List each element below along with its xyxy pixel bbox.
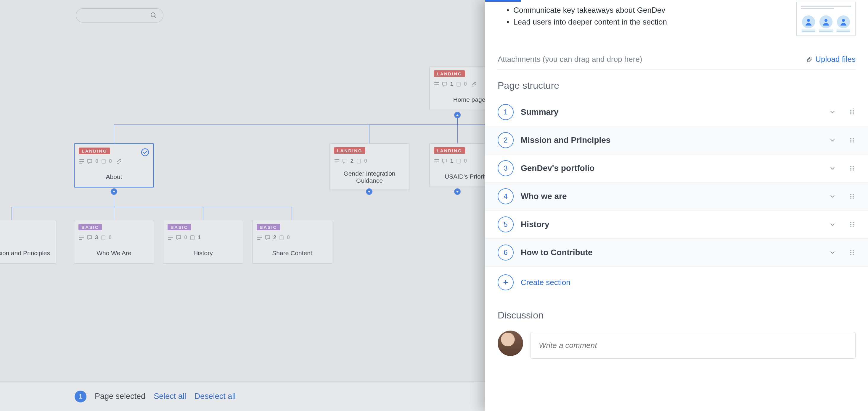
chevron-down-icon[interactable] bbox=[829, 137, 836, 144]
comments-icon bbox=[176, 235, 182, 240]
svg-point-31 bbox=[850, 169, 851, 171]
port-usaid-bottom[interactable] bbox=[454, 189, 461, 195]
drag-handle-icon[interactable] bbox=[848, 221, 856, 228]
comments-count: 2 bbox=[350, 158, 353, 164]
attachment-icon bbox=[456, 81, 462, 87]
svg-point-30 bbox=[852, 168, 854, 169]
comments-icon bbox=[87, 159, 93, 164]
deselect-all-button[interactable]: Deselect all bbox=[194, 392, 236, 401]
comment-input[interactable] bbox=[539, 341, 847, 350]
create-section-label: Create section bbox=[521, 278, 570, 287]
node-meta: 3 0 bbox=[0, 230, 56, 241]
section-number: 1 bbox=[498, 104, 514, 120]
svg-point-13 bbox=[842, 19, 845, 22]
svg-point-43 bbox=[850, 226, 851, 227]
attachment-count: 0 bbox=[109, 158, 112, 164]
comment-input-wrap[interactable] bbox=[530, 332, 856, 359]
section-row[interactable]: 1 Summary bbox=[485, 98, 868, 126]
section-number: 6 bbox=[498, 244, 514, 261]
svg-point-42 bbox=[852, 224, 854, 225]
select-all-button[interactable]: Select all bbox=[154, 392, 186, 401]
node-meta: 2 0 bbox=[252, 230, 332, 241]
svg-point-15 bbox=[852, 110, 854, 111]
drag-handle-icon[interactable] bbox=[848, 193, 856, 200]
node-title: Share Content bbox=[252, 241, 332, 263]
section-title: History bbox=[521, 220, 549, 229]
node-badge: LANDING bbox=[79, 147, 110, 154]
comments-icon bbox=[442, 81, 448, 87]
port-gender-bottom[interactable] bbox=[366, 189, 372, 195]
node-about[interactable]: LANDING 0 0 About bbox=[74, 143, 154, 187]
attachment-count: 0 bbox=[464, 158, 467, 164]
search-icon bbox=[150, 12, 157, 19]
section-title: Mission and Principles bbox=[521, 135, 611, 145]
node-meta: 2 0 bbox=[330, 154, 409, 164]
goal-item: Communicate key takeaways about GenDev bbox=[506, 4, 796, 16]
attachment-icon bbox=[100, 235, 106, 240]
create-section-button[interactable]: + Create section bbox=[485, 267, 868, 298]
attachments-row[interactable]: Attachments (you can drag and drop here)… bbox=[498, 49, 856, 69]
comments-count: 0 bbox=[95, 158, 98, 164]
page-detail-panel: Communicate key takeaways about GenDev L… bbox=[485, 0, 868, 411]
drag-handle-icon[interactable] bbox=[848, 249, 856, 256]
node-badge: LANDING bbox=[434, 70, 465, 77]
section-row[interactable]: 6 How to Contribute bbox=[485, 239, 868, 267]
node-title: Gender Integration Guidance bbox=[330, 164, 409, 190]
node-gender-integration[interactable]: LANDING 2 0 Gender Integration Guidance bbox=[330, 143, 409, 190]
svg-rect-2 bbox=[457, 82, 460, 86]
section-row[interactable]: 4 Who we are bbox=[485, 182, 868, 210]
section-row[interactable]: 5 History bbox=[485, 210, 868, 239]
goal-item: Lead users into deeper content in the se… bbox=[506, 16, 796, 28]
section-title: Who we are bbox=[521, 192, 567, 201]
node-who-we-are[interactable]: BASIC 3 0 Who We Are bbox=[74, 220, 154, 264]
person-icon bbox=[819, 15, 833, 28]
svg-point-37 bbox=[850, 198, 851, 199]
port-about-bottom[interactable] bbox=[111, 189, 117, 195]
upload-files-button[interactable]: Upload files bbox=[806, 55, 856, 64]
drag-handle-icon[interactable] bbox=[848, 137, 856, 144]
svg-rect-6 bbox=[457, 159, 460, 163]
comments-count: 0 bbox=[184, 235, 187, 241]
node-badge: BASIC bbox=[167, 224, 191, 230]
attachment-icon bbox=[356, 159, 362, 164]
link-icon bbox=[116, 159, 122, 164]
search-input-wrap[interactable] bbox=[76, 8, 163, 23]
link-icon bbox=[471, 81, 477, 87]
node-title: About bbox=[74, 164, 153, 187]
comments-count: 3 bbox=[95, 235, 98, 241]
svg-point-38 bbox=[852, 198, 854, 199]
chevron-down-icon[interactable] bbox=[829, 165, 836, 172]
drag-handle-icon[interactable] bbox=[848, 108, 856, 115]
svg-point-28 bbox=[852, 166, 854, 167]
section-number: 5 bbox=[498, 216, 514, 232]
svg-point-22 bbox=[852, 138, 854, 139]
paperclip-icon bbox=[806, 56, 812, 63]
user-avatar[interactable] bbox=[498, 331, 523, 356]
node-badge: BASIC bbox=[79, 224, 102, 230]
chevron-down-icon[interactable] bbox=[829, 249, 836, 256]
section-title: Summary bbox=[521, 107, 559, 117]
discussion-heading: Discussion bbox=[485, 298, 868, 328]
port-home-bottom[interactable] bbox=[454, 112, 461, 118]
section-row[interactable]: 2 Mission and Principles bbox=[485, 126, 868, 155]
svg-point-0 bbox=[151, 13, 155, 17]
svg-point-49 bbox=[850, 254, 851, 255]
node-mission[interactable]: IC 3 0 ssion and Principles bbox=[0, 220, 56, 264]
svg-point-18 bbox=[850, 113, 851, 114]
chevron-down-icon[interactable] bbox=[829, 193, 836, 200]
svg-rect-5 bbox=[357, 159, 361, 163]
chevron-down-icon[interactable] bbox=[829, 108, 836, 115]
svg-point-26 bbox=[852, 141, 854, 142]
comments-count: 1 bbox=[450, 158, 453, 164]
node-history[interactable]: BASIC 0 1 History bbox=[163, 220, 243, 264]
node-title: ssion and Principles bbox=[0, 241, 56, 263]
upload-label: Upload files bbox=[815, 55, 856, 64]
page-template-thumbnail[interactable] bbox=[796, 2, 856, 36]
drag-handle-icon[interactable] bbox=[848, 165, 856, 172]
chevron-down-icon[interactable] bbox=[829, 221, 836, 228]
node-share-content[interactable]: BASIC 2 0 Share Content bbox=[252, 220, 332, 264]
content-icon bbox=[257, 235, 262, 240]
section-row[interactable]: 3 GenDev's portfolio bbox=[485, 155, 868, 182]
svg-point-20 bbox=[852, 111, 854, 113]
svg-point-29 bbox=[850, 168, 851, 169]
